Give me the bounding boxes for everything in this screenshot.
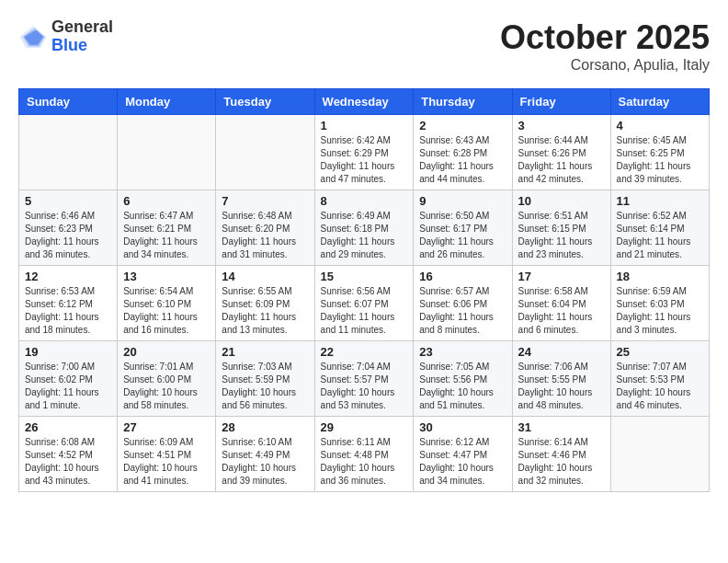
day-number: 12	[25, 270, 111, 283]
day-number: 30	[419, 420, 506, 434]
calendar-day: 27Sunrise: 6:09 AM Sunset: 4:51 PM Dayli…	[118, 417, 216, 492]
logo-icon	[18, 22, 48, 52]
calendar-day: 25Sunrise: 7:07 AM Sunset: 5:53 PM Dayli…	[610, 341, 709, 417]
weekday-header: Sunday	[19, 89, 118, 115]
day-info: Sunrise: 6:14 AM Sunset: 4:46 PM Dayligh…	[518, 436, 605, 488]
day-number: 29	[321, 420, 408, 434]
day-info: Sunrise: 6:49 AM Sunset: 6:18 PM Dayligh…	[321, 210, 408, 261]
calendar-day: 11Sunrise: 6:52 AM Sunset: 6:14 PM Dayli…	[610, 190, 709, 266]
day-number: 13	[123, 270, 210, 283]
day-info: Sunrise: 6:12 AM Sunset: 4:47 PM Dayligh…	[419, 436, 506, 488]
calendar-week: 5Sunrise: 6:46 AM Sunset: 6:23 PM Daylig…	[19, 190, 710, 266]
day-number: 25	[617, 345, 703, 359]
calendar-day: 4Sunrise: 6:45 AM Sunset: 6:25 PM Daylig…	[610, 115, 709, 190]
day-info: Sunrise: 6:42 AM Sunset: 6:29 PM Dayligh…	[321, 134, 408, 186]
calendar-table: SundayMondayTuesdayWednesdayThursdayFrid…	[18, 88, 710, 492]
location: Corsano, Apulia, Italy	[500, 57, 710, 74]
calendar-day: 14Sunrise: 6:55 AM Sunset: 6:09 PM Dayli…	[216, 266, 314, 341]
day-number: 23	[419, 345, 506, 359]
day-info: Sunrise: 6:56 AM Sunset: 6:07 PM Dayligh…	[321, 285, 408, 337]
calendar-day: 2Sunrise: 6:43 AM Sunset: 6:28 PM Daylig…	[414, 115, 512, 190]
logo: General Blue	[18, 18, 113, 55]
logo-blue: Blue	[51, 37, 113, 55]
calendar-week: 12Sunrise: 6:53 AM Sunset: 6:12 PM Dayli…	[19, 266, 710, 341]
calendar-day: 21Sunrise: 7:03 AM Sunset: 5:59 PM Dayli…	[216, 341, 314, 417]
calendar-day	[610, 417, 709, 492]
day-info: Sunrise: 6:43 AM Sunset: 6:28 PM Dayligh…	[419, 134, 506, 186]
day-number: 20	[123, 345, 210, 359]
day-number: 16	[419, 270, 506, 283]
day-info: Sunrise: 6:46 AM Sunset: 6:23 PM Dayligh…	[25, 210, 111, 261]
calendar-day: 7Sunrise: 6:48 AM Sunset: 6:20 PM Daylig…	[216, 190, 314, 266]
calendar-day: 5Sunrise: 6:46 AM Sunset: 6:23 PM Daylig…	[19, 190, 118, 266]
calendar-header: SundayMondayTuesdayWednesdayThursdayFrid…	[19, 89, 710, 115]
day-number: 15	[321, 270, 408, 283]
calendar-day: 23Sunrise: 7:05 AM Sunset: 5:56 PM Dayli…	[414, 341, 512, 417]
calendar-day	[216, 115, 314, 190]
day-info: Sunrise: 7:03 AM Sunset: 5:59 PM Dayligh…	[222, 361, 308, 412]
title-block: October 2025 Corsano, Apulia, Italy	[500, 18, 710, 74]
day-info: Sunrise: 7:07 AM Sunset: 5:53 PM Dayligh…	[617, 361, 703, 412]
calendar-day: 18Sunrise: 6:59 AM Sunset: 6:03 PM Dayli…	[610, 266, 709, 341]
weekday-header: Wednesday	[314, 89, 414, 115]
day-info: Sunrise: 6:08 AM Sunset: 4:52 PM Dayligh…	[25, 436, 111, 488]
calendar-week: 1Sunrise: 6:42 AM Sunset: 6:29 PM Daylig…	[19, 115, 710, 190]
day-number: 1	[321, 119, 408, 132]
calendar-day: 29Sunrise: 6:11 AM Sunset: 4:48 PM Dayli…	[314, 417, 414, 492]
day-info: Sunrise: 6:53 AM Sunset: 6:12 PM Dayligh…	[25, 285, 111, 337]
calendar-day: 12Sunrise: 6:53 AM Sunset: 6:12 PM Dayli…	[19, 266, 118, 341]
day-number: 3	[518, 119, 605, 132]
day-info: Sunrise: 6:52 AM Sunset: 6:14 PM Dayligh…	[617, 210, 703, 261]
weekday-header: Friday	[512, 89, 610, 115]
day-number: 6	[123, 194, 210, 208]
day-number: 17	[518, 270, 605, 283]
day-number: 26	[25, 420, 111, 434]
day-number: 7	[222, 194, 308, 208]
day-number: 19	[25, 345, 111, 359]
day-number: 28	[222, 420, 308, 434]
logo-text: General Blue	[51, 18, 113, 55]
calendar-day: 8Sunrise: 6:49 AM Sunset: 6:18 PM Daylig…	[314, 190, 414, 266]
day-info: Sunrise: 6:44 AM Sunset: 6:26 PM Dayligh…	[518, 134, 605, 186]
weekday-header: Tuesday	[216, 89, 314, 115]
day-info: Sunrise: 6:59 AM Sunset: 6:03 PM Dayligh…	[617, 285, 703, 337]
day-number: 11	[617, 194, 703, 208]
day-number: 2	[419, 119, 506, 132]
day-info: Sunrise: 6:47 AM Sunset: 6:21 PM Dayligh…	[123, 210, 210, 261]
calendar-day	[118, 115, 216, 190]
calendar-day: 24Sunrise: 7:06 AM Sunset: 5:55 PM Dayli…	[512, 341, 610, 417]
day-number: 9	[419, 194, 506, 208]
calendar-day: 9Sunrise: 6:50 AM Sunset: 6:17 PM Daylig…	[414, 190, 512, 266]
day-number: 18	[617, 270, 703, 283]
day-info: Sunrise: 6:11 AM Sunset: 4:48 PM Dayligh…	[321, 436, 408, 488]
day-number: 22	[321, 345, 408, 359]
calendar-day	[19, 115, 118, 190]
day-info: Sunrise: 6:55 AM Sunset: 6:09 PM Dayligh…	[222, 285, 308, 337]
day-number: 4	[617, 119, 703, 132]
weekday-header: Monday	[118, 89, 216, 115]
day-number: 8	[321, 194, 408, 208]
day-info: Sunrise: 7:01 AM Sunset: 6:00 PM Dayligh…	[123, 361, 210, 412]
calendar-day: 19Sunrise: 7:00 AM Sunset: 6:02 PM Dayli…	[19, 341, 118, 417]
calendar-day: 30Sunrise: 6:12 AM Sunset: 4:47 PM Dayli…	[414, 417, 512, 492]
calendar-day: 15Sunrise: 6:56 AM Sunset: 6:07 PM Dayli…	[314, 266, 414, 341]
calendar-day: 1Sunrise: 6:42 AM Sunset: 6:29 PM Daylig…	[314, 115, 414, 190]
day-number: 24	[518, 345, 605, 359]
day-info: Sunrise: 6:57 AM Sunset: 6:06 PM Dayligh…	[419, 285, 506, 337]
calendar-week: 19Sunrise: 7:00 AM Sunset: 6:02 PM Dayli…	[19, 341, 710, 417]
day-info: Sunrise: 7:04 AM Sunset: 5:57 PM Dayligh…	[321, 361, 408, 412]
weekday-header: Thursday	[414, 89, 512, 115]
calendar-day: 3Sunrise: 6:44 AM Sunset: 6:26 PM Daylig…	[512, 115, 610, 190]
day-number: 21	[222, 345, 308, 359]
day-info: Sunrise: 6:10 AM Sunset: 4:49 PM Dayligh…	[222, 436, 308, 488]
day-info: Sunrise: 7:00 AM Sunset: 6:02 PM Dayligh…	[25, 361, 111, 412]
logo-general: General	[51, 18, 113, 37]
calendar-day: 26Sunrise: 6:08 AM Sunset: 4:52 PM Dayli…	[19, 417, 118, 492]
weekday-row: SundayMondayTuesdayWednesdayThursdayFrid…	[19, 89, 710, 115]
day-number: 5	[25, 194, 111, 208]
page-header: General Blue October 2025 Corsano, Apuli…	[18, 18, 710, 74]
day-info: Sunrise: 6:09 AM Sunset: 4:51 PM Dayligh…	[123, 436, 210, 488]
day-info: Sunrise: 6:58 AM Sunset: 6:04 PM Dayligh…	[518, 285, 605, 337]
day-number: 27	[123, 420, 210, 434]
calendar-day: 20Sunrise: 7:01 AM Sunset: 6:00 PM Dayli…	[118, 341, 216, 417]
